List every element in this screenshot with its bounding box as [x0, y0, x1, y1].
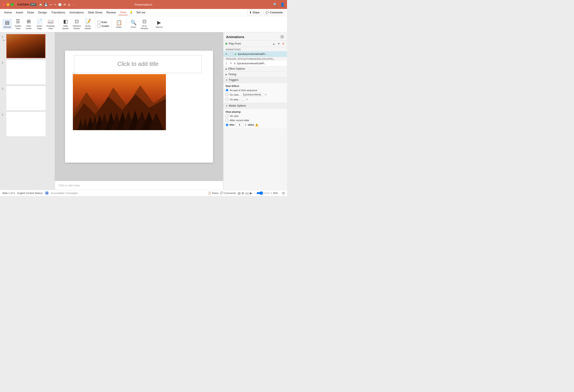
slide-num-2: 2: [2, 60, 5, 64]
menu-animations[interactable]: Animations: [67, 10, 85, 15]
stop-after-slide-row[interactable]: After current slide: [226, 119, 285, 122]
trigger-pause-icon: ⏸: [233, 62, 236, 65]
slide-image[interactable]: [73, 74, 166, 130]
close-button[interactable]: [2, 3, 5, 6]
ribbon-notes-page[interactable]: 📄 NotesPage: [35, 18, 44, 31]
guides-check-input[interactable]: [98, 25, 101, 28]
autosave-status[interactable]: OFF: [30, 3, 37, 6]
slide-thumbnail-3[interactable]: [6, 86, 45, 110]
accessibility-info[interactable]: Accessibility: Investigate: [51, 192, 78, 194]
ribbon-macros[interactable]: ▶ Macros: [154, 19, 164, 29]
slide-container[interactable]: Click to add title 0 ⚡: [65, 51, 213, 163]
slide-sorter-status-icon[interactable]: ⊞: [242, 191, 244, 195]
titlebar-right: 🔍 👤: [273, 2, 285, 7]
share-button[interactable]: ⬆ Share: [247, 10, 262, 15]
maximize-button[interactable]: [11, 3, 14, 6]
zoom-value[interactable]: 66%: [273, 192, 280, 194]
version-history-icon[interactable]: 🕐: [58, 3, 62, 6]
slideshow-status-icon[interactable]: ▶: [250, 191, 252, 195]
guides-checkbox[interactable]: Guides: [98, 25, 109, 28]
radio-onclick-row: On click... EpicAutumnAerialGoldPinkPine…: [226, 93, 285, 96]
ribbon-slide-master[interactable]: ◧ SlideMaster: [61, 18, 70, 31]
ruler-check-input[interactable]: [98, 21, 101, 24]
trigger-row-1[interactable]: 1 ↖ ⏸ EpicAutumnAerialGoldPi...: [223, 61, 287, 66]
ribbon-handout-master[interactable]: ⊡ HandoutMaster: [71, 18, 82, 31]
menubar: Home Insert Draw Design Transitions Anim…: [0, 9, 287, 16]
slide-num-3: 3: [2, 86, 5, 90]
stepper-down[interactable]: ▼: [245, 125, 247, 126]
move-up-button[interactable]: ▲: [272, 42, 275, 45]
notes-status-button[interactable]: 📋 Notes: [208, 191, 218, 194]
fit-window-status-icon[interactable]: ⊡: [282, 191, 285, 195]
menu-transitions[interactable]: Transitions: [49, 10, 67, 15]
triggers-section-header[interactable]: ▼ Triggers: [223, 77, 287, 83]
slide-thumbnail-1[interactable]: [6, 34, 45, 58]
notes-status-icon: 📋: [208, 191, 211, 194]
menu-design[interactable]: Design: [36, 10, 49, 15]
after-value-input[interactable]: [235, 123, 244, 127]
print-icon[interactable]: 🖨: [68, 3, 71, 6]
email-icon[interactable]: ✉: [63, 3, 66, 6]
search-icon[interactable]: 🔍: [273, 2, 278, 7]
normal-view-status-icon[interactable]: ▤: [238, 191, 241, 195]
ribbon-fit-to-window[interactable]: ⊡ Fit toWindow: [139, 18, 150, 31]
onplay-select[interactable]: ...: [242, 98, 246, 101]
account-icon[interactable]: 👤: [280, 2, 285, 7]
menu-insert[interactable]: Insert: [14, 10, 25, 15]
comments-button[interactable]: 💬 Comments: [264, 10, 285, 15]
menu-review[interactable]: Review: [104, 10, 118, 15]
onclick-select[interactable]: EpicAutumnAerialGoldPinkPine...: [242, 93, 264, 96]
minimize-button[interactable]: [6, 3, 9, 6]
radio-onclick-input[interactable]: [226, 93, 228, 96]
stop-onclick-input[interactable]: [226, 114, 228, 117]
zoom-plus[interactable]: +: [271, 192, 272, 194]
more-icon[interactable]: ···: [72, 3, 75, 6]
timing-section[interactable]: ▶ Timing: [223, 72, 287, 77]
stepper-up[interactable]: ▲: [245, 123, 247, 125]
anim-row-0[interactable]: 0 🕐 ▶ EpicAutumnAerialGoldPi...: [223, 51, 287, 57]
ribbon-notes[interactable]: 📋 Notes: [114, 19, 124, 29]
media-options-section-header[interactable]: ▼ Media Options: [223, 103, 287, 109]
slide-thumbnail-4[interactable]: [6, 112, 45, 136]
menu-draw[interactable]: Draw: [25, 10, 36, 15]
stop-after-slide-input[interactable]: [226, 119, 228, 122]
stop-onclick-row[interactable]: On click: [226, 114, 285, 117]
slide-sorter-icon: ⊞: [27, 19, 31, 24]
move-down-button[interactable]: ▼: [277, 42, 280, 45]
menu-view[interactable]: View: [118, 10, 128, 15]
ribbon-normal[interactable]: ▤ Normal: [2, 19, 12, 29]
play-from-button[interactable]: Play From: [226, 42, 241, 45]
after-stepper[interactable]: ▲ ▼: [245, 123, 247, 126]
slide-thumbnail-2[interactable]: [6, 60, 45, 84]
ribbon-zoom[interactable]: 🔍 Zoom: [128, 19, 138, 29]
zoom-slider[interactable]: [257, 191, 270, 195]
stop-after-input[interactable]: [226, 123, 228, 126]
slide-row-1: 1 ★: [2, 34, 53, 58]
radio-sequence-row[interactable]: As part of click sequence: [226, 89, 285, 92]
undo-icon[interactable]: ↩: [50, 3, 52, 6]
save-icon[interactable]: 💾: [44, 3, 48, 6]
title-placeholder[interactable]: Click to add title: [74, 55, 202, 73]
comments-status-button[interactable]: 💬 Comments: [220, 191, 236, 194]
ribbon-slide-sorter[interactable]: ⊞ SlideSorter: [24, 18, 34, 31]
ribbon-outline-view[interactable]: ☰ OutlineView: [13, 18, 23, 31]
radio-sequence-input[interactable]: [226, 89, 228, 92]
ribbon-reading-view[interactable]: 📖 ReadingView: [45, 18, 56, 31]
menu-tellme[interactable]: Tell me: [134, 10, 147, 15]
notes-area[interactable]: Click to add notes: [55, 181, 223, 190]
menubar-right: ⬆ Share 💬 Comments: [247, 10, 285, 15]
menu-home[interactable]: Home: [2, 10, 14, 15]
effect-options-section[interactable]: ▶ Effect Options: [223, 66, 287, 72]
radio-onplay-input[interactable]: [226, 98, 228, 101]
onclick-dropdown[interactable]: EpicAutumnAerialGoldPinkPine... ▼: [242, 93, 267, 96]
reading-view-status-icon[interactable]: 📖: [245, 191, 249, 195]
menu-slideshow[interactable]: Slide Show: [86, 10, 104, 15]
close-panel-button[interactable]: ✕: [280, 35, 284, 39]
onplay-dropdown[interactable]: ... ▼: [242, 98, 248, 101]
ruler-checkbox[interactable]: Ruler: [98, 21, 109, 24]
ribbon-notes-master[interactable]: 📝 NotesMaster: [83, 18, 93, 31]
zoom-minus[interactable]: −: [254, 192, 255, 194]
redo-icon[interactable]: ↪: [54, 3, 56, 6]
delete-animation-button[interactable]: ✕: [282, 42, 285, 45]
home-icon[interactable]: 🏠: [39, 3, 42, 6]
